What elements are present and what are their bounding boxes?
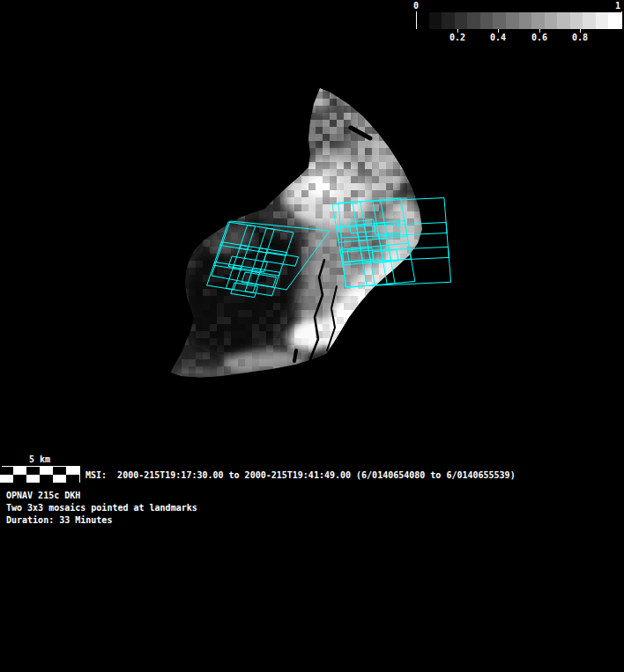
colorbar-tick-label-0-6: 0.6 [526,33,553,42]
scalebar-label: 5 km [18,454,62,464]
caption-line-2: Two 3x3 mosaics pointed at landmarks [6,503,197,513]
scene-svg [0,0,624,672]
caption-line-1: OPNAV 215c DKH [6,491,80,500]
asteroid-render [167,85,443,380]
colorbar-min-label: 0 [407,1,425,11]
colorbar-tick-label-0-8: 0.8 [567,33,593,42]
colorbar-tick-label-0-2: 0.2 [444,33,471,42]
scalebar [0,466,80,483]
caption-line-3: Duration: 33 Minutes [6,515,112,525]
colorbar-tick-label-0-4: 0.4 [485,33,511,42]
status-line: MSI: 2000-215T19:17:30.00 to 2000-215T19… [85,470,516,480]
colorbar-max-label: 1 [609,1,624,11]
colorbar [416,11,622,33]
opnav-visualization: 0 1 0.2 0.4 0.6 0.8 5 km MSI: 2000-215T1… [0,0,624,672]
